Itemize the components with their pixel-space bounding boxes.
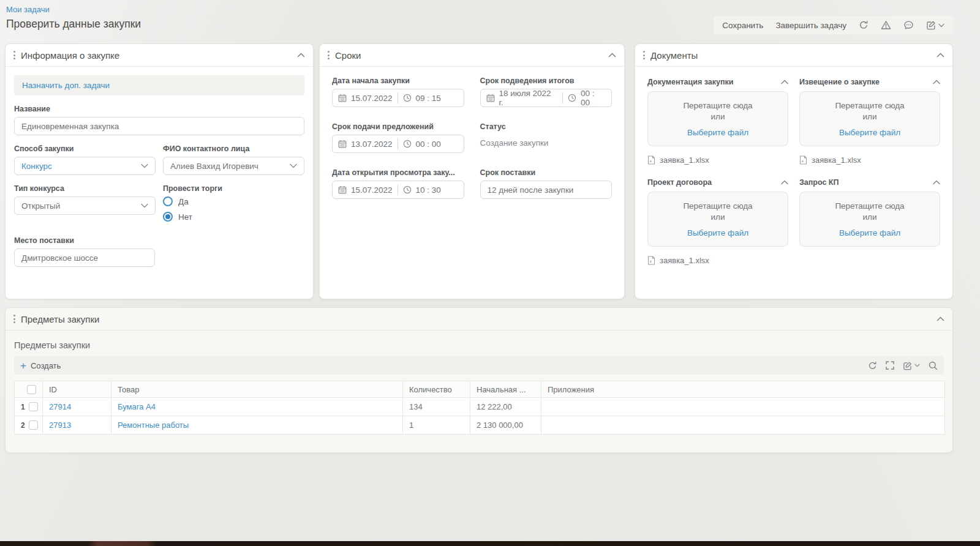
attached-file[interactable]: x заявка_1.xlsx (647, 256, 788, 265)
bottom-window-edge (0, 541, 980, 546)
drag-handle-icon[interactable] (328, 51, 330, 59)
create-item-button[interactable]: + Создать (20, 361, 61, 371)
dropzone-or-text: или (711, 212, 725, 223)
field-label-proposals-date: Срок подачи предложений (332, 122, 464, 131)
attached-file[interactable]: x заявка_1.xlsx (799, 155, 940, 165)
dropzone-drag-text: Перетащите сюда (835, 100, 904, 111)
time-value: 00 : 00 (416, 140, 441, 149)
edit-icon (926, 20, 937, 30)
dropzone-or-text: или (711, 111, 725, 122)
clock-icon (403, 140, 412, 148)
xlsx-file-icon: x (647, 155, 655, 165)
row-checkbox[interactable] (29, 402, 38, 411)
chevron-down-icon (290, 163, 297, 168)
chevron-down-icon (914, 364, 920, 367)
radio-trade-no[interactable]: Нет (163, 212, 304, 222)
column-header-attachments[interactable]: Приложения (541, 381, 945, 398)
date-value: 15.07.2022 (351, 185, 393, 195)
delivery-term-field[interactable]: 12 дней после закупки (480, 181, 612, 199)
collapse-chevron-up-icon[interactable] (781, 80, 788, 84)
table-header-row: ID Товар Количество Начальная ... Прилож… (15, 381, 945, 398)
radio-trade-yes[interactable]: Да (163, 196, 304, 206)
items-table: ID Товар Количество Начальная ... Прилож… (14, 381, 945, 435)
refresh-icon[interactable] (868, 361, 877, 370)
contact-person-value: Алиев Вахид Игоревич (170, 162, 258, 171)
start-datetime-field[interactable]: 15.07.2022 09 : 15 (332, 89, 464, 107)
item-attachments (541, 416, 945, 435)
collapse-chevron-up-icon[interactable] (937, 53, 944, 58)
doc-group-documentation: Документация закупки Перетащите сюда или… (647, 74, 788, 165)
collapse-chevron-up-icon[interactable] (933, 180, 940, 185)
clock-icon (403, 185, 412, 194)
fullscreen-icon[interactable] (886, 361, 894, 370)
opening-datetime-field[interactable]: 15.07.2022 10 : 30 (332, 181, 464, 199)
refresh-icon[interactable] (859, 20, 869, 30)
file-dropzone[interactable]: Перетащите сюда или Выберите файл (799, 91, 940, 146)
drag-handle-icon[interactable] (13, 315, 15, 323)
complete-task-button[interactable]: Завершить задачу (775, 21, 846, 30)
panel-title: Документы (650, 50, 937, 61)
item-id-link[interactable]: 27913 (49, 421, 71, 430)
choose-file-link[interactable]: Выберите файл (687, 128, 748, 137)
edit-dropdown[interactable] (903, 361, 920, 370)
contest-type-select[interactable]: Открытый (14, 196, 156, 215)
item-price: 12 222,00 (470, 398, 541, 416)
collapse-chevron-up-icon[interactable] (937, 316, 944, 321)
name-field[interactable]: Единовременная закупка (14, 117, 304, 135)
file-dropzone[interactable]: Перетащите сюда или Выберите файл (647, 91, 788, 146)
calendar-icon (338, 94, 347, 102)
file-dropzone[interactable]: Перетащите сюда или Выберите файл (647, 192, 788, 247)
collapse-chevron-up-icon[interactable] (781, 180, 788, 185)
row-checkbox[interactable] (29, 421, 38, 430)
field-label-opening-date: Дата открытия просмотра заку... (332, 168, 464, 177)
collapse-chevron-up-icon[interactable] (297, 53, 305, 58)
field-label-method: Способ закупки (14, 144, 156, 153)
delivery-place-field[interactable]: Дмитровское шоссе (14, 249, 155, 267)
proposals-datetime-field[interactable]: 13.07.2022 00 : 00 (332, 135, 464, 153)
item-product-link[interactable]: Ремонтные работы (118, 421, 189, 430)
choose-file-link[interactable]: Выберите файл (687, 228, 748, 237)
field-label-delivery: Срок поставки (480, 168, 612, 177)
table-row[interactable]: 2 27913 Ремонтные работы 1 2 130 000,00 (15, 416, 945, 435)
search-icon[interactable] (929, 361, 938, 370)
column-header-qty[interactable]: Количество (403, 381, 470, 398)
save-button[interactable]: Сохранить (722, 21, 763, 30)
drag-handle-icon[interactable] (13, 51, 15, 59)
delivery-place-value: Дмитровское шоссе (21, 253, 98, 263)
assign-extra-tasks-link[interactable]: Назначить доп. задачи (14, 75, 304, 95)
file-dropzone[interactable]: Перетащите сюда или Выберите файл (799, 192, 940, 247)
row-number: 2 (21, 421, 25, 430)
item-product-link[interactable]: Бумага А4 (118, 402, 156, 411)
dropzone-drag-text: Перетащите сюда (683, 201, 752, 212)
column-header-id[interactable]: ID (43, 381, 111, 398)
column-header-price[interactable]: Начальная ... (470, 381, 541, 398)
results-datetime-field[interactable]: 18 июля 2022 г. 00 : 00 (480, 89, 612, 107)
drag-handle-icon[interactable] (643, 51, 645, 59)
field-label-contest-type: Тип конкурса (14, 184, 156, 193)
edit-dropdown[interactable] (926, 20, 944, 30)
contest-type-value: Открытый (21, 201, 60, 211)
comments-icon[interactable] (903, 20, 914, 30)
choose-file-link[interactable]: Выберите файл (839, 128, 900, 137)
warning-icon[interactable] (881, 20, 891, 30)
field-label-start-date: Дата начала закупки (332, 77, 464, 85)
select-all-checkbox[interactable] (27, 385, 36, 394)
field-label-name: Название (14, 105, 304, 113)
purchase-method-select[interactable]: Конкурс (14, 157, 156, 175)
status-value: Создание закупки (480, 135, 612, 148)
field-label-contact: ФИО контактного лица (163, 144, 304, 153)
time-value: 00 : 00 (581, 89, 606, 107)
breadcrumb[interactable]: Мои задачи (6, 5, 141, 14)
date-value: 13.07.2022 (351, 140, 393, 149)
attached-file[interactable]: x заявка_1.xlsx (647, 155, 788, 165)
choose-file-link[interactable]: Выберите файл (839, 228, 900, 237)
contact-person-select[interactable]: Алиев Вахид Игоревич (163, 157, 304, 175)
item-id-link[interactable]: 27914 (49, 402, 71, 411)
collapse-chevron-up-icon[interactable] (933, 80, 940, 84)
column-header-product[interactable]: Товар (111, 381, 403, 398)
chevron-down-icon (141, 203, 148, 208)
calendar-icon (338, 140, 347, 148)
collapse-chevron-up-icon[interactable] (608, 53, 616, 58)
table-row[interactable]: 1 27914 Бумага А4 134 12 222,00 (15, 398, 945, 416)
radio-label: Нет (178, 212, 192, 222)
